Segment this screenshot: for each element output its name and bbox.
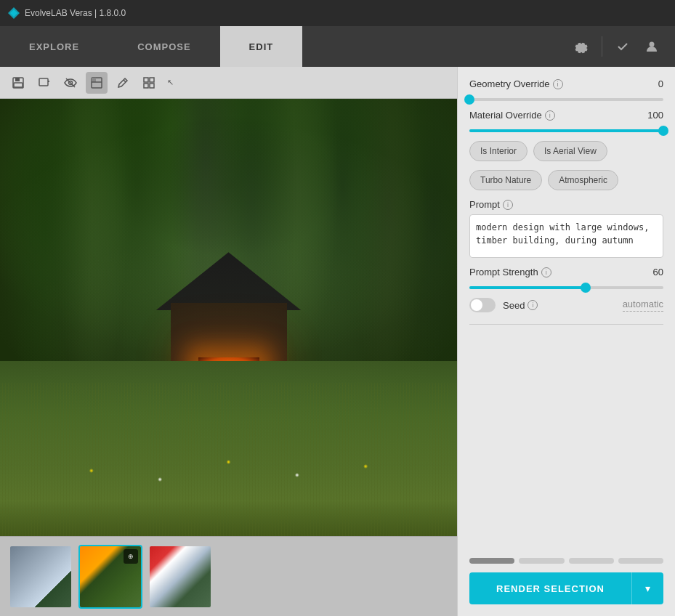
add-image-tool[interactable] [33, 72, 55, 94]
app-logo: EvolveLAB Veras | 1.8.0.0 [7, 7, 126, 20]
main-content: ↖ [0, 67, 675, 616]
thumbnail-2[interactable]: ⊕ [78, 545, 142, 609]
geometry-override-thumb[interactable] [464, 94, 474, 105]
material-override-value: 100 [647, 110, 663, 121]
material-override-label: Material Override i [469, 110, 555, 121]
seed-toggle[interactable] [469, 298, 496, 312]
bottom-tabs [469, 558, 663, 564]
svg-rect-17 [150, 84, 154, 88]
svg-rect-6 [39, 78, 48, 86]
svg-point-2 [650, 42, 655, 47]
settings-button[interactable] [570, 35, 593, 58]
svg-rect-4 [15, 78, 20, 81]
prompt-strength-track[interactable] [469, 286, 663, 289]
prompt-strength-fill [469, 286, 586, 289]
prompt-strength-thumb[interactable] [581, 283, 591, 293]
chevron-down-icon: ▾ [645, 583, 650, 594]
render-selection-button[interactable]: RENDER SELECTION [469, 572, 631, 604]
thumbnail-badge: ⊕ [124, 549, 138, 564]
material-override-info[interactable]: i [545, 110, 555, 121]
visibility-tool[interactable] [60, 72, 81, 94]
bottom-tab-2[interactable] [519, 558, 564, 564]
chip-turbo-nature[interactable]: Turbo Nature [469, 170, 542, 190]
chip-atmospheric[interactable]: Atmospheric [548, 170, 618, 190]
svg-rect-14 [144, 78, 148, 82]
seed-row: Seed i automatic [469, 298, 663, 312]
chips-row-1: Is Interior Is Aerial View [469, 141, 663, 161]
right-panel-spacer [469, 336, 663, 549]
titlebar: EvolveLAB Veras | 1.8.0.0 [0, 0, 675, 26]
geometry-override-value: 0 [658, 78, 663, 89]
left-panel: ↖ [0, 67, 457, 616]
prompt-input[interactable] [469, 214, 663, 258]
svg-rect-16 [144, 84, 148, 88]
prompt-strength-info[interactable]: i [541, 267, 551, 277]
nav-divider [602, 36, 602, 57]
image-filter-tool[interactable] [86, 72, 108, 94]
tab-edit[interactable]: EDIT [220, 26, 303, 67]
render-dropdown-button[interactable]: ▾ [631, 572, 663, 604]
geometry-override-label: Geometry Override i [469, 78, 563, 89]
prompt-info[interactable]: i [503, 200, 513, 210]
user-button[interactable] [640, 35, 663, 58]
tab-compose[interactable]: COMPOSE [108, 26, 219, 67]
bottom-tab-4[interactable] [618, 558, 663, 564]
geometry-override-section: Geometry Override i 0 [469, 78, 663, 101]
seed-info[interactable]: i [528, 300, 538, 310]
logo-icon [7, 7, 20, 20]
seed-value: automatic [623, 299, 663, 312]
material-override-fill [469, 129, 663, 132]
app-title: EvolveLAB Veras | 1.8.0.0 [25, 8, 126, 18]
svg-rect-15 [150, 78, 154, 82]
material-override-track[interactable] [469, 129, 663, 132]
thumbnail-3[interactable] [148, 545, 212, 609]
render-button-row: RENDER SELECTION ▾ [469, 572, 663, 604]
prompt-strength-value: 60 [653, 267, 663, 277]
cursor-indicator: ↖ [167, 78, 174, 87]
grid-tool[interactable] [138, 72, 160, 94]
bottom-tab-3[interactable] [569, 558, 614, 564]
geometry-override-info[interactable]: i [553, 79, 563, 89]
material-override-thumb[interactable] [658, 126, 668, 136]
bottom-tab-1[interactable] [469, 558, 514, 564]
check-button[interactable] [611, 35, 634, 58]
thumbnail-1[interactable] [9, 545, 73, 609]
chip-is-aerial-view[interactable]: Is Aerial View [533, 141, 607, 161]
prompt-section: Prompt i [469, 199, 663, 258]
material-override-section: Material Override i 100 [469, 110, 663, 132]
prompt-strength-section: Prompt Strength i 60 [469, 267, 663, 289]
svg-rect-5 [14, 83, 23, 87]
divider [469, 324, 663, 325]
svg-rect-12 [92, 78, 96, 82]
tab-explore[interactable]: EXPLORE [0, 26, 108, 67]
seed-label: Seed i [503, 300, 538, 311]
chips-row-2: Turbo Nature Atmospheric [469, 170, 663, 190]
save-tool[interactable] [7, 72, 29, 94]
chip-is-interior[interactable]: Is Interior [469, 141, 528, 161]
toolbar: ↖ [0, 67, 457, 99]
prompt-label: Prompt i [469, 199, 663, 210]
thumbnails-strip: ⊕ [0, 536, 457, 616]
geometry-override-track[interactable] [469, 98, 663, 101]
navbar: EXPLORE COMPOSE EDIT [0, 26, 675, 67]
canvas-area[interactable] [0, 99, 457, 536]
canvas-image [0, 99, 457, 536]
nav-right-icons [570, 26, 675, 67]
seed-toggle-knob [471, 299, 482, 311]
prompt-strength-label: Prompt Strength i [469, 267, 551, 277]
right-panel: Geometry Override i 0 Material Override … [457, 67, 675, 616]
brush-tool[interactable] [112, 72, 134, 94]
